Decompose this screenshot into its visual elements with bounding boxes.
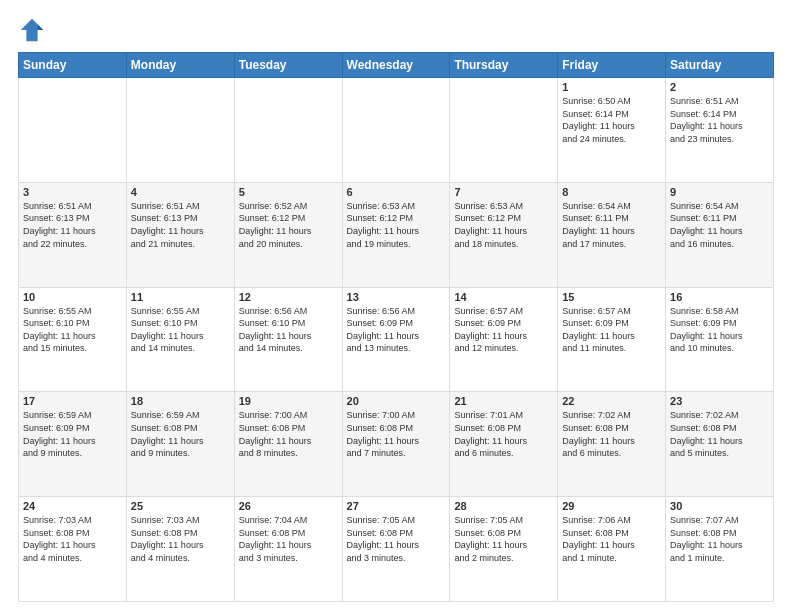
day-number: 27 [347,500,446,512]
calendar-cell: 11Sunrise: 6:55 AM Sunset: 6:10 PM Dayli… [126,287,234,392]
day-number: 3 [23,186,122,198]
day-number: 12 [239,291,338,303]
calendar-day-header: Wednesday [342,53,450,78]
day-info: Sunrise: 6:58 AM Sunset: 6:09 PM Dayligh… [670,305,769,355]
calendar-cell: 26Sunrise: 7:04 AM Sunset: 6:08 PM Dayli… [234,497,342,602]
day-number: 7 [454,186,553,198]
day-info: Sunrise: 6:59 AM Sunset: 6:08 PM Dayligh… [131,409,230,459]
calendar-cell: 22Sunrise: 7:02 AM Sunset: 6:08 PM Dayli… [558,392,666,497]
calendar-day-header: Saturday [666,53,774,78]
day-number: 18 [131,395,230,407]
day-info: Sunrise: 7:00 AM Sunset: 6:08 PM Dayligh… [347,409,446,459]
day-info: Sunrise: 7:01 AM Sunset: 6:08 PM Dayligh… [454,409,553,459]
day-info: Sunrise: 6:51 AM Sunset: 6:13 PM Dayligh… [131,200,230,250]
day-number: 9 [670,186,769,198]
day-info: Sunrise: 7:06 AM Sunset: 6:08 PM Dayligh… [562,514,661,564]
day-info: Sunrise: 7:04 AM Sunset: 6:08 PM Dayligh… [239,514,338,564]
calendar-cell: 8Sunrise: 6:54 AM Sunset: 6:11 PM Daylig… [558,182,666,287]
day-number: 26 [239,500,338,512]
day-info: Sunrise: 6:51 AM Sunset: 6:13 PM Dayligh… [23,200,122,250]
calendar-cell: 23Sunrise: 7:02 AM Sunset: 6:08 PM Dayli… [666,392,774,497]
calendar-header-row: SundayMondayTuesdayWednesdayThursdayFrid… [19,53,774,78]
day-info: Sunrise: 7:07 AM Sunset: 6:08 PM Dayligh… [670,514,769,564]
day-info: Sunrise: 6:50 AM Sunset: 6:14 PM Dayligh… [562,95,661,145]
day-info: Sunrise: 7:02 AM Sunset: 6:08 PM Dayligh… [670,409,769,459]
day-info: Sunrise: 6:59 AM Sunset: 6:09 PM Dayligh… [23,409,122,459]
day-info: Sunrise: 7:00 AM Sunset: 6:08 PM Dayligh… [239,409,338,459]
day-info: Sunrise: 6:51 AM Sunset: 6:14 PM Dayligh… [670,95,769,145]
calendar-cell: 21Sunrise: 7:01 AM Sunset: 6:08 PM Dayli… [450,392,558,497]
calendar-cell: 27Sunrise: 7:05 AM Sunset: 6:08 PM Dayli… [342,497,450,602]
calendar-week-row: 10Sunrise: 6:55 AM Sunset: 6:10 PM Dayli… [19,287,774,392]
day-number: 22 [562,395,661,407]
calendar-cell: 5Sunrise: 6:52 AM Sunset: 6:12 PM Daylig… [234,182,342,287]
calendar-cell: 6Sunrise: 6:53 AM Sunset: 6:12 PM Daylig… [342,182,450,287]
day-info: Sunrise: 6:54 AM Sunset: 6:11 PM Dayligh… [670,200,769,250]
day-info: Sunrise: 6:53 AM Sunset: 6:12 PM Dayligh… [347,200,446,250]
day-number: 21 [454,395,553,407]
day-number: 8 [562,186,661,198]
calendar-cell: 20Sunrise: 7:00 AM Sunset: 6:08 PM Dayli… [342,392,450,497]
calendar-cell: 10Sunrise: 6:55 AM Sunset: 6:10 PM Dayli… [19,287,127,392]
calendar-cell: 12Sunrise: 6:56 AM Sunset: 6:10 PM Dayli… [234,287,342,392]
day-info: Sunrise: 6:56 AM Sunset: 6:09 PM Dayligh… [347,305,446,355]
day-info: Sunrise: 7:03 AM Sunset: 6:08 PM Dayligh… [23,514,122,564]
calendar-week-row: 3Sunrise: 6:51 AM Sunset: 6:13 PM Daylig… [19,182,774,287]
calendar-cell: 16Sunrise: 6:58 AM Sunset: 6:09 PM Dayli… [666,287,774,392]
logo [18,16,50,44]
day-number: 5 [239,186,338,198]
header [18,16,774,44]
day-info: Sunrise: 6:57 AM Sunset: 6:09 PM Dayligh… [562,305,661,355]
day-info: Sunrise: 7:05 AM Sunset: 6:08 PM Dayligh… [347,514,446,564]
calendar-week-row: 1Sunrise: 6:50 AM Sunset: 6:14 PM Daylig… [19,78,774,183]
calendar-cell: 25Sunrise: 7:03 AM Sunset: 6:08 PM Dayli… [126,497,234,602]
day-number: 23 [670,395,769,407]
calendar-day-header: Sunday [19,53,127,78]
calendar-cell: 17Sunrise: 6:59 AM Sunset: 6:09 PM Dayli… [19,392,127,497]
day-number: 30 [670,500,769,512]
day-info: Sunrise: 6:56 AM Sunset: 6:10 PM Dayligh… [239,305,338,355]
calendar-cell: 9Sunrise: 6:54 AM Sunset: 6:11 PM Daylig… [666,182,774,287]
day-number: 24 [23,500,122,512]
calendar-week-row: 24Sunrise: 7:03 AM Sunset: 6:08 PM Dayli… [19,497,774,602]
day-info: Sunrise: 6:54 AM Sunset: 6:11 PM Dayligh… [562,200,661,250]
calendar-cell: 30Sunrise: 7:07 AM Sunset: 6:08 PM Dayli… [666,497,774,602]
day-number: 14 [454,291,553,303]
calendar-cell: 24Sunrise: 7:03 AM Sunset: 6:08 PM Dayli… [19,497,127,602]
calendar-cell: 2Sunrise: 6:51 AM Sunset: 6:14 PM Daylig… [666,78,774,183]
page: SundayMondayTuesdayWednesdayThursdayFrid… [0,0,792,612]
day-number: 2 [670,81,769,93]
calendar-table: SundayMondayTuesdayWednesdayThursdayFrid… [18,52,774,602]
day-number: 16 [670,291,769,303]
day-info: Sunrise: 6:52 AM Sunset: 6:12 PM Dayligh… [239,200,338,250]
logo-icon [18,16,46,44]
day-number: 20 [347,395,446,407]
calendar-cell: 19Sunrise: 7:00 AM Sunset: 6:08 PM Dayli… [234,392,342,497]
day-info: Sunrise: 7:02 AM Sunset: 6:08 PM Dayligh… [562,409,661,459]
day-info: Sunrise: 6:53 AM Sunset: 6:12 PM Dayligh… [454,200,553,250]
calendar-day-header: Monday [126,53,234,78]
day-info: Sunrise: 7:03 AM Sunset: 6:08 PM Dayligh… [131,514,230,564]
day-number: 10 [23,291,122,303]
calendar-cell [19,78,127,183]
day-number: 1 [562,81,661,93]
calendar-cell: 3Sunrise: 6:51 AM Sunset: 6:13 PM Daylig… [19,182,127,287]
calendar-cell: 13Sunrise: 6:56 AM Sunset: 6:09 PM Dayli… [342,287,450,392]
day-number: 29 [562,500,661,512]
calendar-cell [234,78,342,183]
calendar-day-header: Friday [558,53,666,78]
calendar-week-row: 17Sunrise: 6:59 AM Sunset: 6:09 PM Dayli… [19,392,774,497]
calendar-cell [126,78,234,183]
day-number: 17 [23,395,122,407]
day-info: Sunrise: 7:05 AM Sunset: 6:08 PM Dayligh… [454,514,553,564]
day-number: 13 [347,291,446,303]
calendar-day-header: Thursday [450,53,558,78]
day-number: 6 [347,186,446,198]
calendar-cell: 29Sunrise: 7:06 AM Sunset: 6:08 PM Dayli… [558,497,666,602]
day-number: 28 [454,500,553,512]
calendar-cell [450,78,558,183]
calendar-cell: 28Sunrise: 7:05 AM Sunset: 6:08 PM Dayli… [450,497,558,602]
day-info: Sunrise: 6:57 AM Sunset: 6:09 PM Dayligh… [454,305,553,355]
calendar-cell [342,78,450,183]
calendar-cell: 15Sunrise: 6:57 AM Sunset: 6:09 PM Dayli… [558,287,666,392]
